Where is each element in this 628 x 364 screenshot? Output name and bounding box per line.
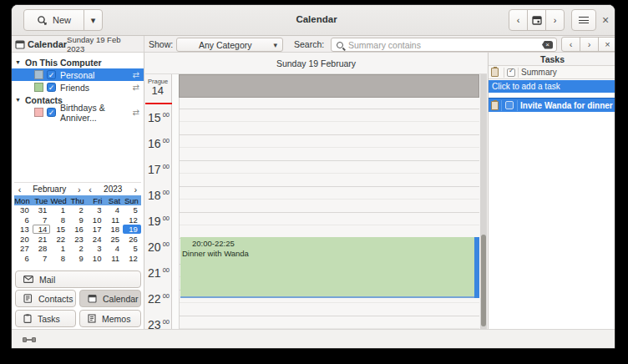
search-input[interactable] — [347, 39, 542, 51]
prev-month-button[interactable]: ‹ — [14, 185, 25, 195]
minical-day[interactable]: 25 — [104, 235, 123, 244]
task-type-icon — [491, 68, 499, 77]
minical-day[interactable]: 1 — [50, 205, 68, 215]
next-month-button[interactable]: › — [73, 185, 84, 195]
category-filter-value: Any Category — [177, 40, 273, 50]
add-task-row[interactable]: Click to add a task — [489, 80, 615, 93]
group-label: On This Computer — [25, 58, 102, 68]
sidebar-group-on-this-computer[interactable]: ▼ On This Computer — [12, 56, 144, 68]
minical-day[interactable]: 4 — [104, 205, 123, 215]
minical-day[interactable]: 27 — [14, 244, 33, 253]
headerbar: New ▾ Calendar ‹ › — [12, 5, 615, 36]
minical-day[interactable]: 8 — [50, 254, 68, 263]
minical-day[interactable]: 23 — [68, 235, 87, 244]
tasks-column-header[interactable]: ✓ Summary — [489, 66, 615, 79]
minical-day[interactable]: 28 — [33, 244, 51, 253]
event-selection-bar — [474, 237, 479, 298]
minical-day[interactable]: 11 — [104, 254, 123, 263]
minical-day[interactable]: 3 — [87, 244, 105, 253]
today-button[interactable] — [527, 9, 546, 31]
checkbox-checked[interactable]: ✓ — [47, 83, 56, 92]
window-close-button[interactable]: × — [598, 13, 613, 28]
minical-day[interactable]: 7 — [33, 215, 51, 225]
switcher-calendar-button[interactable]: Calendar — [79, 290, 141, 307]
event-title: Dinner with Wanda — [180, 248, 479, 258]
prev-year-button[interactable]: ‹ — [84, 185, 95, 195]
minical-day[interactable]: 22 — [50, 235, 68, 244]
minical-day[interactable]: 2 — [68, 244, 87, 253]
minical-day[interactable]: 10 — [87, 254, 105, 263]
switcher-contacts-button[interactable]: Contacts — [15, 290, 76, 307]
minical-day[interactable]: 2 — [68, 205, 87, 215]
minical-day[interactable]: 12 — [123, 254, 141, 263]
online-status-icon[interactable] — [23, 337, 36, 342]
minical-day[interactable]: 8 — [50, 215, 68, 225]
scrollbar-thumb[interactable] — [481, 235, 486, 326]
day-view-scrollbar[interactable] — [480, 74, 487, 329]
switcher-tasks-button[interactable]: Tasks — [15, 310, 76, 327]
minical-day[interactable]: 15 — [50, 225, 68, 234]
minical-day[interactable]: 11 — [104, 215, 123, 225]
task-checkbox[interactable] — [505, 101, 514, 109]
switcher-memos-button[interactable]: Memos — [79, 310, 141, 327]
search-next-button[interactable]: › — [580, 37, 599, 52]
sidebar-item-personal[interactable]: ✓ Personal ⇄ — [12, 68, 144, 81]
minical-day[interactable]: 17 — [87, 225, 105, 234]
calendar-name: Birthdays & Anniver... — [60, 103, 133, 123]
event-time: 20:00-22:25 — [180, 237, 479, 248]
minical-day[interactable]: 7 — [33, 254, 51, 263]
minical-day[interactable]: 1 — [50, 244, 68, 253]
category-filter-dropdown[interactable]: Any Category ▾ — [176, 38, 283, 52]
switcher-mail-button[interactable]: Mail — [15, 270, 141, 288]
minical-day[interactable]: 16 — [68, 225, 87, 234]
minical-day[interactable]: 4 — [104, 244, 123, 253]
day-grid[interactable]: 20:00-22:25 Dinner with Wanda — [179, 98, 479, 329]
all-day-row[interactable] — [179, 74, 479, 98]
event-dinner-with-wanda[interactable]: 20:00-22:25 Dinner with Wanda — [180, 237, 479, 298]
close-icon: × — [602, 13, 609, 27]
caret-down-icon: ▾ — [273, 41, 277, 49]
evolution-window: New ▾ Calendar ‹ › — [11, 4, 615, 349]
minical-year: 2023 — [96, 185, 130, 194]
new-dropdown-button[interactable]: ▾ — [84, 9, 103, 31]
minical-day[interactable]: 10 — [87, 215, 105, 225]
minical-day-today[interactable]: 14 — [33, 225, 51, 234]
search-close-button[interactable]: × — [598, 37, 615, 52]
minical-day[interactable]: 6 — [14, 254, 33, 263]
checkbox-checked[interactable]: ✓ — [47, 70, 56, 79]
tasks-icon — [23, 314, 32, 323]
search-label: Search: — [294, 39, 324, 49]
minical-day[interactable]: 13 — [14, 225, 33, 234]
minical-day[interactable]: 21 — [33, 235, 51, 244]
search-previous-button[interactable]: ‹ — [561, 37, 580, 52]
checkbox-checked[interactable]: ✓ — [47, 108, 56, 117]
sidebar-item-friends[interactable]: ✓ Friends ⇄ — [12, 81, 144, 94]
minical-day[interactable]: 9 — [68, 254, 87, 263]
task-row-selected[interactable]: Invite Wanda for dinner — [489, 98, 615, 112]
minical-day[interactable]: 24 — [87, 235, 105, 244]
sidebar-item-birthdays[interactable]: ✓ Birthdays & Anniver... ⇄ — [12, 106, 144, 119]
calendar-color-swatch — [34, 108, 43, 117]
sync-icon: ⇄ — [133, 83, 139, 92]
next-button[interactable]: › — [545, 9, 565, 31]
new-icon — [37, 15, 48, 26]
calendar-name: Friends — [60, 83, 89, 93]
minical-day[interactable]: 6 — [14, 215, 33, 225]
clear-search-icon[interactable]: × — [542, 41, 553, 49]
minical-day[interactable]: 20 — [14, 235, 33, 244]
new-button[interactable]: New — [23, 9, 84, 31]
switcher-label: Memos — [102, 314, 130, 324]
minical-day[interactable]: 30 — [14, 205, 33, 215]
column-divider — [504, 68, 504, 78]
new-button-label: New — [53, 15, 71, 25]
minical-day[interactable]: 18 — [104, 225, 123, 234]
memos-icon — [88, 314, 96, 323]
previous-button[interactable]: ‹ — [509, 9, 528, 31]
sync-icon: ⇄ — [133, 70, 139, 79]
summary-column-label: Summary — [521, 68, 557, 77]
minical-day[interactable]: 3 — [87, 205, 105, 215]
minical-day[interactable]: 31 — [33, 205, 51, 215]
day-view-header[interactable]: Sunday 19 February — [145, 53, 487, 74]
menu-button[interactable] — [571, 9, 596, 31]
minical-day[interactable]: 9 — [68, 215, 87, 225]
